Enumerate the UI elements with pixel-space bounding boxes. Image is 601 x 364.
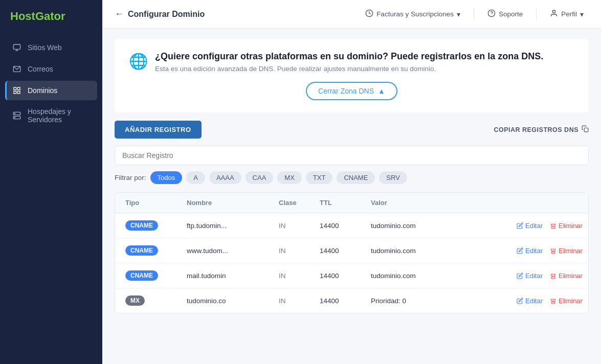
page-title: Configurar Dominio bbox=[128, 10, 205, 19]
cell-actions: Editar Eliminar bbox=[517, 272, 578, 280]
sidebar-item-correos[interactable]: Correos bbox=[5, 59, 97, 79]
edit-label: Editar bbox=[525, 272, 543, 280]
dns-banner-title: ¿Quiere configurar otras plataformas en … bbox=[155, 51, 543, 62]
copy-dns-label: COPIAR REGISTROS DNS bbox=[494, 126, 578, 133]
copy-dns-button[interactable]: COPIAR REGISTROS DNS bbox=[494, 125, 589, 134]
filter-btn-cname[interactable]: CNAME bbox=[337, 171, 375, 184]
sidebar-item-dominios[interactable]: Dominios bbox=[5, 81, 97, 100]
sidebar-item-hospedajes[interactable]: Hospedajes y Servidores bbox=[5, 102, 97, 129]
type-badge: MX bbox=[125, 295, 145, 306]
filter-btn-aaaa[interactable]: AAAA bbox=[209, 171, 241, 184]
col-actions bbox=[517, 199, 578, 207]
table-row: CNAME mail.tudomin IN 14400 tudominio.co… bbox=[115, 263, 588, 288]
billing-button[interactable]: Facturas y Suscripciones ▾ bbox=[360, 6, 465, 22]
svg-rect-0 bbox=[13, 44, 20, 49]
filter-btn-a[interactable]: A bbox=[186, 171, 205, 184]
edit-label: Editar bbox=[525, 247, 543, 255]
cell-name: tudominio.co bbox=[187, 297, 279, 305]
sidebar-item-label: Sitios Web bbox=[28, 43, 62, 52]
back-button[interactable]: ← Configurar Dominio bbox=[115, 9, 205, 19]
filter-label: Filtrar por: bbox=[115, 174, 146, 181]
filter-btn-caa[interactable]: CAA bbox=[246, 171, 274, 184]
dns-banner-subtitle: Esta es una edición avanzada de DNS. Pue… bbox=[155, 65, 543, 73]
sidebar: HostGator Sitios Web Correos Dominios Ho… bbox=[0, 0, 102, 364]
cell-actions: Editar Eliminar bbox=[517, 222, 578, 230]
edit-button[interactable]: Editar bbox=[517, 222, 543, 230]
cell-name: mail.tudomin bbox=[187, 272, 279, 280]
billing-chevron-icon: ▾ bbox=[457, 10, 460, 18]
support-button[interactable]: Soporte bbox=[482, 6, 528, 22]
col-valor: Valor bbox=[371, 199, 517, 207]
sidebar-item-label: Dominios bbox=[28, 86, 57, 95]
cell-type: CNAME bbox=[125, 270, 187, 281]
edit-button[interactable]: Editar bbox=[517, 272, 543, 280]
cell-ttl: 14400 bbox=[320, 222, 371, 230]
type-badge: CNAME bbox=[125, 220, 158, 231]
col-nombre: Nombre bbox=[187, 199, 279, 207]
cell-actions: Editar Eliminar bbox=[517, 297, 578, 305]
billing-icon bbox=[365, 9, 373, 19]
type-badge: CNAME bbox=[125, 270, 158, 281]
delete-button[interactable]: Eliminar bbox=[550, 297, 583, 305]
delete-label: Eliminar bbox=[559, 272, 583, 280]
close-dns-button[interactable]: Cerrar Zona DNS ▲ bbox=[306, 82, 397, 100]
cell-valor: Prioridad: 0 bbox=[371, 297, 517, 305]
billing-label: Facturas y Suscripciones bbox=[376, 10, 454, 18]
edit-button[interactable]: Editar bbox=[517, 297, 543, 305]
sidebar-item-sitios-web[interactable]: Sitios Web bbox=[5, 38, 97, 57]
sidebar-nav: Sitios Web Correos Dominios Hospedajes y… bbox=[0, 38, 102, 129]
delete-button[interactable]: Eliminar bbox=[550, 247, 583, 255]
cell-valor: tudominio.com bbox=[371, 247, 517, 255]
cell-clase: IN bbox=[279, 247, 320, 255]
filter-btn-txt[interactable]: TXT bbox=[306, 171, 333, 184]
cell-valor: tudominio.com bbox=[371, 222, 517, 230]
cell-actions: Editar Eliminar bbox=[517, 247, 578, 255]
back-arrow-icon: ← bbox=[115, 9, 124, 19]
close-dns-label: Cerrar Zona DNS bbox=[318, 87, 374, 95]
grid-icon bbox=[12, 86, 21, 95]
filter-btn-srv[interactable]: SRV bbox=[379, 171, 407, 184]
col-clase: Clase bbox=[279, 199, 320, 207]
svg-point-11 bbox=[14, 118, 15, 118]
logo-host: Host bbox=[10, 10, 35, 22]
delete-label: Eliminar bbox=[559, 297, 583, 305]
type-badge: CNAME bbox=[125, 245, 158, 256]
topnav: ← Configurar Dominio Facturas y Suscripc… bbox=[102, 0, 601, 29]
delete-button[interactable]: Eliminar bbox=[550, 272, 583, 280]
copy-icon bbox=[582, 125, 589, 134]
cell-clase: IN bbox=[279, 272, 320, 280]
profile-button[interactable]: Perfil ▾ bbox=[545, 6, 589, 22]
delete-label: Eliminar bbox=[559, 222, 583, 230]
dns-banner: 🌐 ¿Quiere configurar otras plataformas e… bbox=[115, 39, 589, 112]
table-row: MX tudominio.co IN 14400 Prioridad: 0 Ed… bbox=[115, 288, 588, 313]
svg-rect-7 bbox=[17, 92, 20, 94]
logo-gator: Gator bbox=[35, 10, 65, 22]
filter-btn-todos[interactable]: Todos bbox=[150, 171, 183, 184]
table-row: CNAME www.tudom... IN 14400 tudominio.co… bbox=[115, 238, 588, 263]
svg-point-15 bbox=[553, 10, 555, 13]
profile-icon bbox=[550, 9, 558, 19]
add-record-button[interactable]: AÑADIR REGISTRO bbox=[115, 121, 202, 139]
cell-ttl: 14400 bbox=[320, 272, 371, 280]
svg-rect-4 bbox=[14, 87, 16, 90]
delete-button[interactable]: Eliminar bbox=[550, 222, 583, 230]
cell-name: www.tudom... bbox=[187, 247, 279, 255]
delete-label: Eliminar bbox=[559, 247, 583, 255]
topnav-divider-2 bbox=[536, 8, 537, 20]
table-header: Tipo Nombre Clase TTL Valor bbox=[115, 193, 588, 213]
table-row: CNAME ftp.tudomin... IN 14400 tudominio.… bbox=[115, 213, 588, 238]
filter-btn-mx[interactable]: MX bbox=[277, 171, 302, 184]
sidebar-item-label: Correos bbox=[28, 65, 53, 73]
content-area: 🌐 ¿Quiere configurar otras plataformas e… bbox=[102, 29, 601, 364]
dns-banner-text: ¿Quiere configurar otras plataformas en … bbox=[155, 51, 543, 73]
search-input[interactable] bbox=[115, 146, 589, 165]
svg-rect-6 bbox=[14, 92, 16, 94]
monitor-icon bbox=[12, 43, 21, 52]
cell-type: MX bbox=[125, 295, 187, 306]
edit-label: Editar bbox=[525, 222, 543, 230]
cell-clase: IN bbox=[279, 297, 320, 305]
svg-rect-5 bbox=[17, 87, 20, 90]
edit-button[interactable]: Editar bbox=[517, 247, 543, 255]
topnav-divider bbox=[474, 8, 474, 20]
support-icon bbox=[487, 9, 496, 19]
